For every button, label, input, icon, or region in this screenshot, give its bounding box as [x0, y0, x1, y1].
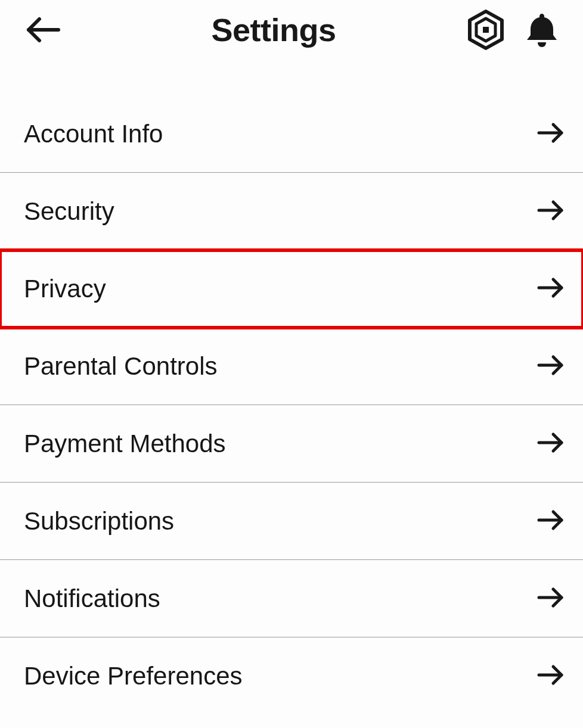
row-label: Account Info [24, 120, 163, 148]
chevron-right-icon [537, 353, 565, 379]
row-parental-controls[interactable]: Parental Controls [0, 328, 583, 405]
row-label: Payment Methods [24, 430, 226, 458]
svg-rect-3 [483, 27, 489, 33]
row-payment-methods[interactable]: Payment Methods [0, 405, 583, 483]
row-label: Notifications [24, 584, 160, 613]
row-account-info[interactable]: Account Info [0, 95, 583, 173]
chevron-right-icon [537, 431, 565, 457]
row-label: Privacy [24, 275, 106, 303]
bell-icon [525, 11, 559, 48]
robux-icon [465, 9, 507, 51]
row-label: Device Preferences [24, 662, 243, 690]
robux-button[interactable] [465, 9, 507, 51]
notifications-button[interactable] [525, 11, 559, 48]
settings-list: Account Info Security Privacy Parental C… [0, 95, 583, 715]
row-label: Parental Controls [24, 352, 218, 381]
header-left [24, 15, 95, 45]
row-label: Subscriptions [24, 507, 174, 536]
row-label: Security [24, 197, 114, 226]
back-button[interactable] [24, 15, 61, 45]
row-device-preferences[interactable]: Device Preferences [0, 637, 583, 715]
row-privacy[interactable]: Privacy [0, 250, 583, 328]
chevron-right-icon [537, 121, 565, 147]
header-right [452, 9, 559, 51]
chevron-right-icon [537, 508, 565, 534]
header: Settings [0, 0, 583, 60]
chevron-right-icon [537, 198, 565, 225]
chevron-right-icon [537, 276, 565, 302]
row-subscriptions[interactable]: Subscriptions [0, 483, 583, 560]
chevron-right-icon [537, 663, 565, 689]
row-security[interactable]: Security [0, 173, 583, 250]
chevron-right-icon [537, 586, 565, 612]
row-notifications[interactable]: Notifications [0, 560, 583, 637]
page-title: Settings [95, 11, 452, 48]
arrow-left-icon [24, 15, 61, 45]
